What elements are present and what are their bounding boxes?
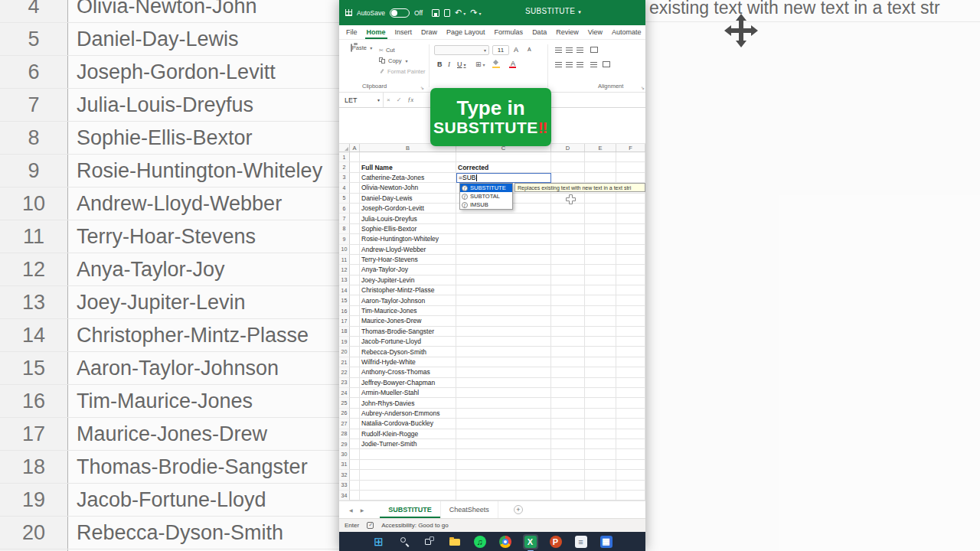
taskbar-store-icon[interactable]: ▦ xyxy=(599,534,614,549)
cell-a16[interactable] xyxy=(350,306,360,316)
cell-c34[interactable] xyxy=(456,491,551,500)
cell-c23[interactable] xyxy=(456,378,551,388)
cell-b15[interactable]: Aaron-Taylor-Johnson xyxy=(360,295,456,305)
row-header-8[interactable]: 8 xyxy=(339,224,350,234)
cell-c19[interactable] xyxy=(456,337,551,347)
row-header-29[interactable]: 29 xyxy=(339,439,350,449)
row-header-19[interactable]: 19 xyxy=(339,337,350,347)
cell-e24[interactable] xyxy=(585,388,616,398)
cell-c29[interactable] xyxy=(456,439,551,449)
paste-button[interactable]: Paste xyxy=(350,44,373,51)
cell-c15[interactable] xyxy=(456,295,551,305)
cell-d7[interactable] xyxy=(551,214,585,223)
cell-a27[interactable] xyxy=(350,419,360,429)
cell-b31[interactable] xyxy=(360,460,456,470)
cell-f9[interactable] xyxy=(616,234,645,244)
cell-a26[interactable] xyxy=(350,409,360,419)
taskbar-chrome-icon[interactable] xyxy=(498,534,513,549)
cell-b20[interactable]: Rebecca-Dyson-Smith xyxy=(360,347,456,357)
cell-c2[interactable]: Corrected xyxy=(456,162,551,172)
cell-a28[interactable] xyxy=(350,429,360,439)
cell-e5[interactable] xyxy=(585,194,616,204)
cell-e3[interactable] xyxy=(585,173,616,183)
cell-b25[interactable]: John-Rhys-Davies xyxy=(360,398,456,408)
cell-c31[interactable] xyxy=(456,460,551,470)
cell-e30[interactable] xyxy=(585,449,616,459)
row-header-5[interactable]: 5 xyxy=(339,194,350,204)
cell-b24[interactable]: Armin-Mueller-Stahl xyxy=(360,388,456,398)
cell-e2[interactable] xyxy=(585,162,616,172)
row-header-24[interactable]: 24 xyxy=(339,388,350,398)
column-header-a[interactable]: A xyxy=(350,144,360,152)
cell-d21[interactable] xyxy=(551,357,585,367)
cell-a2[interactable] xyxy=(350,162,360,172)
cell-f21[interactable] xyxy=(616,357,645,367)
cell-f27[interactable] xyxy=(616,419,645,429)
accessibility-status[interactable]: Accessibility: Good to go xyxy=(381,522,449,529)
cell-f26[interactable] xyxy=(616,409,645,419)
row-header-1[interactable]: 1 xyxy=(339,152,350,162)
cell-a34[interactable] xyxy=(350,491,360,500)
cell-e8[interactable] xyxy=(585,224,616,234)
cell-f11[interactable] xyxy=(616,255,645,265)
row-header-25[interactable]: 25 xyxy=(339,398,350,408)
cell-d22[interactable] xyxy=(551,367,585,377)
cell-b32[interactable] xyxy=(360,470,456,480)
save-icon[interactable] xyxy=(432,9,439,17)
font-name-select[interactable] xyxy=(434,45,489,55)
font-size-input[interactable]: 11 xyxy=(492,45,509,55)
underline-button[interactable]: U xyxy=(457,60,466,68)
decrease-font-icon[interactable]: A xyxy=(528,47,531,52)
row-header-11[interactable]: 11 xyxy=(339,255,350,265)
cell-c13[interactable] xyxy=(456,276,551,285)
cell-c27[interactable] xyxy=(456,419,551,429)
cell-c30[interactable] xyxy=(456,449,551,459)
format-painter-button[interactable]: Format Painter xyxy=(379,68,426,75)
cell-f13[interactable] xyxy=(616,276,645,285)
cell-b22[interactable]: Anthony-Cross-Thomas xyxy=(360,367,456,377)
merge-center-icon[interactable] xyxy=(603,61,610,67)
cell-a30[interactable] xyxy=(350,449,360,459)
row-header-4[interactable]: 4 xyxy=(339,183,350,193)
cell-f19[interactable] xyxy=(616,337,645,347)
cell-d9[interactable] xyxy=(551,234,585,244)
cell-e20[interactable] xyxy=(585,347,616,357)
cell-d25[interactable] xyxy=(551,398,585,408)
row-header-6[interactable]: 6 xyxy=(339,204,350,214)
cell-f5[interactable] xyxy=(616,194,645,204)
autocomplete-item-substitute[interactable]: ƒSUBSTITUTE xyxy=(460,184,512,192)
cell-b12[interactable]: Anya-Taylor-Joy xyxy=(360,265,456,275)
cell-b11[interactable]: Terry-Hoar-Stevens xyxy=(360,255,456,265)
cell-f30[interactable] xyxy=(616,449,645,459)
borders-icon[interactable]: ⊞ xyxy=(475,60,485,68)
tab-file[interactable]: File xyxy=(346,28,358,36)
copy-button[interactable]: Copy xyxy=(379,57,408,64)
prev-sheet-icon[interactable]: ◀ xyxy=(345,507,357,513)
row-header-21[interactable]: 21 xyxy=(339,357,350,367)
row-header-23[interactable]: 23 xyxy=(339,378,350,388)
cell-c12[interactable] xyxy=(456,265,551,275)
cell-f3[interactable] xyxy=(616,173,645,183)
cell-d16[interactable] xyxy=(551,306,585,316)
cell-a31[interactable] xyxy=(350,460,360,470)
cell-b21[interactable]: Wilfrid-Hyde-White xyxy=(360,357,456,367)
cell-d10[interactable] xyxy=(551,245,585,255)
align-center-icon[interactable] xyxy=(566,62,573,67)
cell-b19[interactable]: Jacob-Fortune-Lloyd xyxy=(360,337,456,347)
cell-e17[interactable] xyxy=(585,316,616,326)
cell-d8[interactable] xyxy=(551,224,585,234)
cell-f34[interactable] xyxy=(616,491,645,500)
taskbar-file-explorer-icon[interactable] xyxy=(447,534,462,549)
cell-e15[interactable] xyxy=(585,295,616,305)
row-header-18[interactable]: 18 xyxy=(339,327,350,337)
cell-f2[interactable] xyxy=(616,162,645,172)
cancel-icon[interactable]: × xyxy=(384,96,394,103)
cell-a29[interactable] xyxy=(350,439,360,449)
cell-e27[interactable] xyxy=(585,419,616,429)
cell-c9[interactable] xyxy=(456,234,551,244)
cell-b33[interactable] xyxy=(360,481,456,491)
autosave-toggle[interactable] xyxy=(390,8,410,18)
cell-b30[interactable] xyxy=(360,449,456,459)
cell-f6[interactable] xyxy=(616,204,645,214)
cell-b23[interactable]: Jeffrey-Bowyer-Chapman xyxy=(360,378,456,388)
